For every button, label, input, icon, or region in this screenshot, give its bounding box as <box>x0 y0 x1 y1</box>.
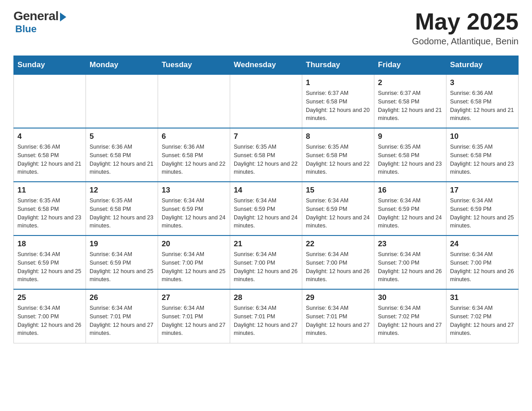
calendar-day-cell: 30Sunrise: 6:34 AM Sunset: 7:02 PM Dayli… <box>374 289 446 343</box>
calendar-day-cell: 11Sunrise: 6:35 AM Sunset: 6:58 PM Dayli… <box>14 182 86 235</box>
day-info: Sunrise: 6:34 AM Sunset: 7:00 PM Dayligh… <box>162 250 226 284</box>
day-number: 17 <box>450 186 515 195</box>
day-number: 12 <box>90 186 154 195</box>
day-number: 22 <box>306 240 370 248</box>
logo-triangle-icon <box>60 13 66 21</box>
day-info: Sunrise: 6:35 AM Sunset: 6:58 PM Dayligh… <box>306 143 370 176</box>
calendar-day-cell: 13Sunrise: 6:34 AM Sunset: 6:59 PM Dayli… <box>158 182 230 235</box>
weekday-header-saturday: Saturday <box>446 56 519 75</box>
calendar-day-cell: 24Sunrise: 6:34 AM Sunset: 7:00 PM Dayli… <box>446 235 519 289</box>
calendar-day-cell: 26Sunrise: 6:34 AM Sunset: 7:01 PM Dayli… <box>86 289 158 343</box>
day-info: Sunrise: 6:34 AM Sunset: 7:01 PM Dayligh… <box>162 304 226 338</box>
calendar-week-row: 1Sunrise: 6:37 AM Sunset: 6:58 PM Daylig… <box>14 74 519 128</box>
calendar-day-cell: 1Sunrise: 6:37 AM Sunset: 6:58 PM Daylig… <box>302 74 374 128</box>
day-info: Sunrise: 6:34 AM Sunset: 6:59 PM Dayligh… <box>450 197 515 230</box>
day-info: Sunrise: 6:37 AM Sunset: 6:58 PM Dayligh… <box>378 89 442 123</box>
day-info: Sunrise: 6:34 AM Sunset: 7:00 PM Dayligh… <box>450 250 515 284</box>
day-info: Sunrise: 6:34 AM Sunset: 6:59 PM Dayligh… <box>90 250 154 284</box>
calendar-day-cell: 6Sunrise: 6:36 AM Sunset: 6:58 PM Daylig… <box>158 128 230 182</box>
calendar-day-cell: 20Sunrise: 6:34 AM Sunset: 7:00 PM Dayli… <box>158 235 230 289</box>
day-info: Sunrise: 6:34 AM Sunset: 7:01 PM Dayligh… <box>306 304 370 338</box>
calendar-day-cell: 28Sunrise: 6:34 AM Sunset: 7:01 PM Dayli… <box>230 289 302 343</box>
calendar-day-cell: 18Sunrise: 6:34 AM Sunset: 6:59 PM Dayli… <box>14 235 86 289</box>
day-info: Sunrise: 6:36 AM Sunset: 6:58 PM Dayligh… <box>17 143 82 176</box>
calendar-day-cell: 12Sunrise: 6:35 AM Sunset: 6:58 PM Dayli… <box>86 182 158 235</box>
calendar-body: 1Sunrise: 6:37 AM Sunset: 6:58 PM Daylig… <box>14 74 519 343</box>
day-info: Sunrise: 6:34 AM Sunset: 7:02 PM Dayligh… <box>450 304 515 338</box>
day-number: 29 <box>306 293 370 302</box>
day-info: Sunrise: 6:35 AM Sunset: 6:58 PM Dayligh… <box>17 197 82 230</box>
calendar-table: SundayMondayTuesdayWednesdayThursdayFrid… <box>13 56 519 343</box>
logo-general-text: General <box>13 9 59 23</box>
calendar-day-cell: 16Sunrise: 6:34 AM Sunset: 6:59 PM Dayli… <box>374 182 446 235</box>
day-number: 6 <box>162 132 226 141</box>
calendar-day-cell: 3Sunrise: 6:36 AM Sunset: 6:58 PM Daylig… <box>446 74 519 128</box>
day-number: 13 <box>162 186 226 195</box>
weekday-header-row: SundayMondayTuesdayWednesdayThursdayFrid… <box>14 56 519 75</box>
day-number: 8 <box>306 132 370 141</box>
day-number: 14 <box>234 186 298 195</box>
day-info: Sunrise: 6:35 AM Sunset: 6:58 PM Dayligh… <box>450 143 515 176</box>
day-info: Sunrise: 6:34 AM Sunset: 7:00 PM Dayligh… <box>234 250 298 284</box>
calendar-day-cell <box>14 74 86 128</box>
calendar-day-cell: 4Sunrise: 6:36 AM Sunset: 6:58 PM Daylig… <box>14 128 86 182</box>
day-number: 31 <box>450 293 515 302</box>
calendar-day-cell: 21Sunrise: 6:34 AM Sunset: 7:00 PM Dayli… <box>230 235 302 289</box>
day-info: Sunrise: 6:34 AM Sunset: 6:59 PM Dayligh… <box>306 197 370 230</box>
day-info: Sunrise: 6:34 AM Sunset: 7:01 PM Dayligh… <box>234 304 298 338</box>
calendar-day-cell: 17Sunrise: 6:34 AM Sunset: 6:59 PM Dayli… <box>446 182 519 235</box>
calendar-day-cell: 2Sunrise: 6:37 AM Sunset: 6:58 PM Daylig… <box>374 74 446 128</box>
day-info: Sunrise: 6:34 AM Sunset: 7:01 PM Dayligh… <box>90 304 154 338</box>
day-info: Sunrise: 6:35 AM Sunset: 6:58 PM Dayligh… <box>378 143 442 176</box>
calendar-location: Godome, Atlantique, Benin <box>412 36 519 47</box>
logo-blue-text: Blue <box>15 23 37 35</box>
day-number: 23 <box>378 240 442 248</box>
day-info: Sunrise: 6:37 AM Sunset: 6:58 PM Dayligh… <box>306 89 370 123</box>
weekday-header-wednesday: Wednesday <box>230 56 302 75</box>
weekday-header-thursday: Thursday <box>302 56 374 75</box>
day-info: Sunrise: 6:34 AM Sunset: 7:00 PM Dayligh… <box>378 250 442 284</box>
weekday-header-friday: Friday <box>374 56 446 75</box>
weekday-header-monday: Monday <box>86 56 158 75</box>
day-number: 7 <box>234 132 298 141</box>
calendar-day-cell: 7Sunrise: 6:35 AM Sunset: 6:58 PM Daylig… <box>230 128 302 182</box>
calendar-day-cell: 19Sunrise: 6:34 AM Sunset: 6:59 PM Dayli… <box>86 235 158 289</box>
day-info: Sunrise: 6:36 AM Sunset: 6:58 PM Dayligh… <box>450 89 515 123</box>
day-info: Sunrise: 6:34 AM Sunset: 7:02 PM Dayligh… <box>378 304 442 338</box>
calendar-day-cell: 31Sunrise: 6:34 AM Sunset: 7:02 PM Dayli… <box>446 289 519 343</box>
calendar-week-row: 4Sunrise: 6:36 AM Sunset: 6:58 PM Daylig… <box>14 128 519 182</box>
title-section: May 2025 Godome, Atlantique, Benin <box>412 9 519 47</box>
calendar-day-cell: 15Sunrise: 6:34 AM Sunset: 6:59 PM Dayli… <box>302 182 374 235</box>
calendar-week-row: 18Sunrise: 6:34 AM Sunset: 6:59 PM Dayli… <box>14 235 519 289</box>
weekday-header-sunday: Sunday <box>14 56 86 75</box>
header: General Blue May 2025 Godome, Atlantique… <box>13 9 519 47</box>
calendar-day-cell: 29Sunrise: 6:34 AM Sunset: 7:01 PM Dayli… <box>302 289 374 343</box>
day-info: Sunrise: 6:34 AM Sunset: 6:59 PM Dayligh… <box>17 250 82 284</box>
calendar-day-cell: 22Sunrise: 6:34 AM Sunset: 7:00 PM Dayli… <box>302 235 374 289</box>
calendar-day-cell: 25Sunrise: 6:34 AM Sunset: 7:00 PM Dayli… <box>14 289 86 343</box>
day-info: Sunrise: 6:34 AM Sunset: 6:59 PM Dayligh… <box>378 197 442 230</box>
day-info: Sunrise: 6:35 AM Sunset: 6:58 PM Dayligh… <box>90 197 154 230</box>
day-number: 1 <box>306 78 370 87</box>
day-number: 2 <box>378 78 442 87</box>
calendar-title: May 2025 <box>412 9 519 34</box>
day-number: 9 <box>378 132 442 141</box>
day-number: 27 <box>162 293 226 302</box>
day-number: 26 <box>90 293 154 302</box>
day-number: 10 <box>450 132 515 141</box>
day-info: Sunrise: 6:36 AM Sunset: 6:58 PM Dayligh… <box>90 143 154 176</box>
calendar-day-cell: 9Sunrise: 6:35 AM Sunset: 6:58 PM Daylig… <box>374 128 446 182</box>
day-info: Sunrise: 6:34 AM Sunset: 7:00 PM Dayligh… <box>306 250 370 284</box>
day-number: 5 <box>90 132 154 141</box>
calendar-week-row: 25Sunrise: 6:34 AM Sunset: 7:00 PM Dayli… <box>14 289 519 343</box>
day-number: 25 <box>17 293 82 302</box>
calendar-day-cell: 8Sunrise: 6:35 AM Sunset: 6:58 PM Daylig… <box>302 128 374 182</box>
day-number: 15 <box>306 186 370 195</box>
calendar-day-cell <box>230 74 302 128</box>
day-number: 24 <box>450 240 515 248</box>
day-info: Sunrise: 6:34 AM Sunset: 6:59 PM Dayligh… <box>162 197 226 230</box>
logo: General Blue <box>13 9 66 35</box>
day-number: 18 <box>17 240 82 248</box>
calendar-day-cell: 27Sunrise: 6:34 AM Sunset: 7:01 PM Dayli… <box>158 289 230 343</box>
day-number: 4 <box>17 132 82 141</box>
